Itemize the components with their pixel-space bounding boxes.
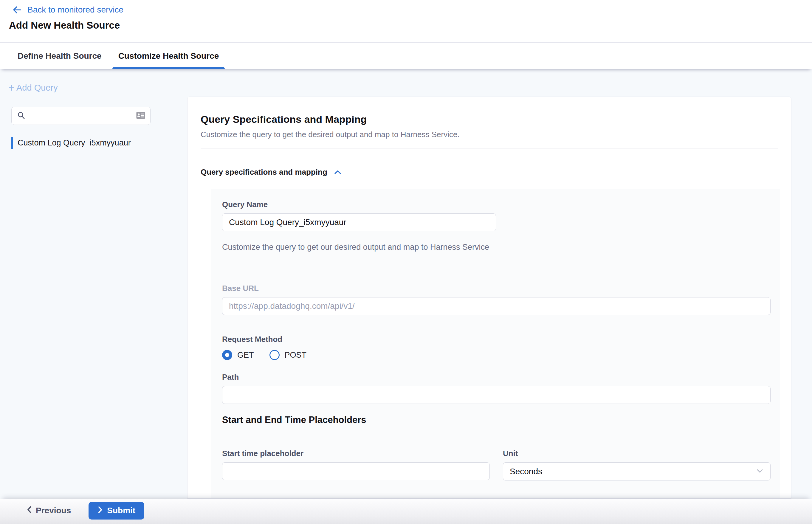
selected-indicator-bar — [11, 137, 13, 149]
request-method-label: Request Method — [222, 335, 770, 344]
tab-bar: Define Health Source Customize Health So… — [0, 42, 812, 69]
card-title: Query Specifications and Mapping — [200, 114, 778, 125]
back-arrow-icon — [12, 5, 22, 15]
chevron-down-icon — [756, 468, 764, 475]
radio-option-get[interactable]: GET — [222, 350, 254, 360]
unit-select-value: Seconds — [510, 467, 542, 476]
start-time-label: Start time placeholder — [222, 449, 490, 458]
radio-selected-icon — [222, 350, 232, 360]
submit-button-label: Submit — [107, 506, 135, 515]
radio-option-post[interactable]: POST — [270, 350, 307, 360]
path-label: Path — [222, 373, 770, 382]
back-link[interactable]: Back to monitored service — [0, 0, 812, 15]
previous-button[interactable]: Previous — [26, 505, 71, 516]
form-panel: Query Name Customize the query to get ou… — [211, 189, 780, 498]
card-subtitle: Customize the query to get the desired o… — [200, 130, 778, 139]
footer-bar: Previous Submit — [0, 499, 812, 524]
tab-define-health-source[interactable]: Define Health Source — [16, 43, 103, 69]
query-list: Custom Log Query_i5xmyyuaur — [11, 137, 166, 149]
query-search-input[interactable] — [30, 111, 136, 120]
card-header: Query Specifications and Mapping Customi… — [188, 97, 791, 148]
request-method-radio-group: GET POST — [222, 350, 770, 360]
start-time-column: Start time placeholder — [222, 449, 490, 480]
section-title: Query specifications and mapping — [200, 167, 327, 177]
page-title: Add New Health Source — [0, 15, 812, 31]
submit-button[interactable]: Submit — [88, 502, 144, 520]
sidebar-divider — [11, 132, 161, 132]
base-url-input[interactable] — [222, 297, 770, 315]
query-name-helper: Customize the query to get our desired o… — [222, 243, 770, 252]
unit-label: Unit — [503, 449, 770, 458]
page-body: + Add Query Custom Log Query_i5xmyy — [0, 69, 812, 499]
id-card-icon[interactable] — [136, 111, 145, 121]
radio-unselected-icon — [270, 350, 280, 360]
placeholders-row: Start time placeholder Unit Seconds — [222, 449, 770, 480]
previous-button-label: Previous — [36, 506, 71, 515]
chevron-left-icon — [26, 505, 32, 516]
unit-select[interactable]: Seconds — [503, 462, 770, 480]
form-divider — [222, 261, 770, 261]
query-item-label: Custom Log Query_i5xmyyuaur — [18, 138, 131, 148]
query-name-input[interactable] — [222, 213, 496, 231]
add-query-label: Add Query — [16, 83, 58, 93]
unit-column: Unit Seconds — [503, 449, 770, 480]
chevron-up-icon[interactable] — [333, 169, 342, 176]
base-url-label: Base URL — [222, 284, 770, 293]
placeholders-section-heading: Start and End Time Placeholders — [222, 415, 770, 425]
start-time-input[interactable] — [222, 462, 490, 480]
page-header: Back to monitored service Add New Health… — [0, 0, 812, 42]
main-card: Query Specifications and Mapping Customi… — [187, 97, 792, 499]
path-input[interactable] — [222, 386, 770, 404]
add-query-button[interactable]: + Add Query — [9, 83, 58, 93]
search-icon — [17, 111, 25, 121]
query-search-box — [11, 107, 150, 125]
radio-get-label: GET — [237, 350, 254, 360]
back-link-label: Back to monitored service — [28, 5, 124, 15]
tab-customize-health-source[interactable]: Customize Health Source — [117, 43, 220, 69]
chevron-right-icon — [97, 506, 103, 516]
query-list-item[interactable]: Custom Log Query_i5xmyyuaur — [11, 137, 166, 149]
query-name-label: Query Name — [222, 200, 770, 209]
section-header: Query specifications and mapping — [188, 148, 791, 177]
plus-icon: + — [9, 83, 15, 92]
radio-post-label: POST — [285, 350, 307, 360]
